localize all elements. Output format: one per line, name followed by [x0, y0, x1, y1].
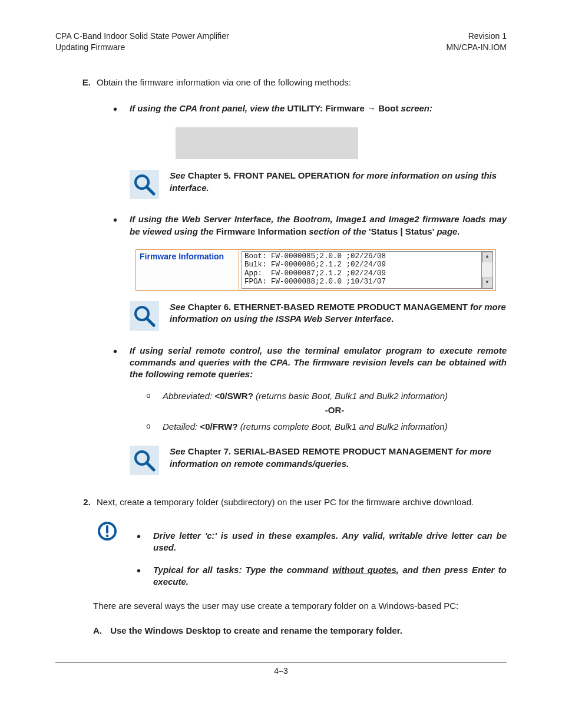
see-line-2: See Chapter 6. ETHERNET-BASED REMOTE PRO…: [170, 301, 507, 325]
header-product: CPA C-Band Indoor Solid State Power Ampl…: [55, 31, 229, 42]
firmware-scrollbar[interactable]: ▲ ▼: [481, 251, 493, 289]
bullet-web-server: If using the Web Server Interface, the B…: [108, 213, 507, 331]
step-E-title: Obtain the firmware information via one …: [97, 77, 351, 87]
page-footer: 4–3: [55, 663, 507, 677]
scroll-down-icon[interactable]: ▼: [482, 278, 492, 288]
note-typical-tasks: Typical for all tasks: Type the command …: [132, 564, 507, 588]
magnifier-icon: [130, 446, 159, 475]
query-detailed: Detailed: <0/FRW? (returns complete Boot…: [130, 421, 507, 433]
step-2-continuation: There are several ways the user may use …: [93, 600, 507, 612]
or-separator: -OR-: [163, 404, 507, 416]
page-header: CPA C-Band Indoor Solid State Power Ampl…: [55, 31, 507, 53]
step-2: Next, create a temporary folder (subdire…: [93, 496, 507, 508]
svg-point-8: [106, 534, 108, 536]
scroll-up-icon[interactable]: ▲: [482, 252, 492, 262]
arrow-icon: →: [367, 103, 376, 113]
note-block: Drive letter 'c:' is used in these examp…: [93, 519, 507, 588]
firmware-info-textarea[interactable]: Boot: FW-0000085;2.0.0 ;02/26/08 Bulk: F…: [242, 251, 481, 289]
remote-query-list: Abbreviated: <0/SWR? (returns basic Boot…: [130, 390, 507, 433]
svg-line-3: [147, 318, 154, 325]
header-section: Updating Firmware: [55, 42, 229, 53]
bullet-serial-remote: If using serial remote control, use the …: [108, 345, 507, 476]
query-abbreviated: Abbreviated: <0/SWR? (returns basic Boot…: [130, 390, 507, 417]
svg-line-1: [147, 187, 154, 194]
alert-icon: [95, 519, 119, 543]
magnifier-icon: [130, 301, 159, 331]
boot-screen-placeholder: [176, 127, 358, 159]
header-revision: Revision 1: [447, 31, 507, 42]
step-E: Obtain the firmware information via one …: [93, 77, 507, 476]
svg-line-5: [147, 463, 154, 470]
firmware-info-label: Firmware Information: [136, 250, 239, 290]
header-doc-id: MN/CPA-IN.IOM: [447, 42, 507, 53]
magnifier-icon: [130, 170, 159, 199]
bullet-front-panel: If using the CPA front panel, view the U…: [108, 103, 507, 199]
note-drive-letter: Drive letter 'c:' is used in these examp…: [132, 530, 507, 554]
see-line-3: See Chapter 7. SERIAL-BASED REMOTE PRODU…: [170, 446, 507, 470]
see-line-1: See Chapter 5. FRONT PANEL OPERATION for…: [170, 170, 507, 194]
substep-A: Use the Windows Desktop to create and re…: [93, 625, 507, 637]
firmware-info-table: Firmware Information Boot: FW-0000085;2.…: [135, 249, 496, 291]
step-2-text: Next, create a temporary folder (subdire…: [97, 497, 474, 507]
